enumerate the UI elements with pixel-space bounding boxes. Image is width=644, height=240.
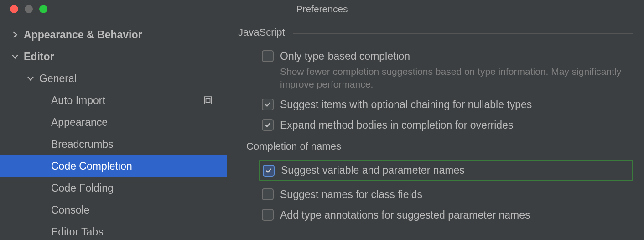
option-suggest-variable-names[interactable]: Suggest variable and parameter names [260, 163, 630, 177]
option-add-type-annotations[interactable]: Add type annotations for suggested param… [238, 208, 633, 222]
checkbox[interactable] [262, 50, 274, 62]
window-title: Preferences [296, 4, 348, 15]
sidebar-item-label: Code Folding [51, 182, 114, 194]
subsection-title: Completion of names [246, 141, 633, 152]
sidebar-item-general[interactable]: General [0, 68, 227, 89]
sidebar-item-label: General [39, 73, 77, 85]
option-label: Suggest names for class fields [280, 188, 422, 202]
chevron-right-icon [10, 30, 20, 40]
sidebar-item-editor[interactable]: Editor [0, 46, 227, 68]
sidebar-item-label: Editor Tabs [51, 226, 104, 238]
checkbox[interactable] [263, 165, 275, 177]
option-only-type-based[interactable]: Only type-based completion Show fewer co… [238, 49, 633, 91]
option-description: Show fewer completion suggestions based … [280, 65, 633, 91]
sidebar-item-label: Editor [24, 51, 54, 63]
preferences-main-panel: JavaScript Only type-based completion Sh… [227, 18, 644, 240]
option-label: Add type annotations for suggested param… [280, 208, 530, 222]
option-label: Only type-based completion [280, 49, 633, 63]
sidebar-item-label: Appearance [51, 116, 108, 129]
maximize-window-button[interactable] [39, 5, 47, 13]
checkbox[interactable] [262, 119, 274, 131]
titlebar: Preferences [0, 0, 644, 18]
sidebar-item-code-folding[interactable]: Code Folding [0, 177, 227, 199]
checkbox[interactable] [262, 209, 274, 221]
sidebar-item-code-completion[interactable]: Code Completion [0, 155, 227, 177]
option-label: Suggest items with optional chaining for… [280, 98, 532, 112]
scope-icon [203, 95, 213, 105]
checkbox[interactable] [262, 188, 274, 200]
sidebar-item-editor-tabs[interactable]: Editor Tabs [0, 221, 227, 240]
sidebar-item-label: Breadcrumbs [51, 138, 114, 151]
sidebar-item-auto-import[interactable]: Auto Import [0, 89, 227, 111]
sidebar-item-label: Code Completion [51, 160, 132, 172]
chevron-down-icon [10, 52, 20, 62]
divider [293, 33, 633, 34]
option-suggest-class-fields[interactable]: Suggest names for class fields [238, 188, 633, 202]
sidebar-item-appearance-behavior[interactable]: Appearance & Behavior [0, 24, 227, 46]
option-label: Expand method bodies in completion for o… [280, 118, 513, 132]
svg-rect-1 [206, 99, 210, 103]
svg-rect-0 [204, 97, 212, 104]
sidebar-item-breadcrumbs[interactable]: Breadcrumbs [0, 133, 227, 155]
sidebar-item-appearance[interactable]: Appearance [0, 111, 227, 133]
highlighted-option: Suggest variable and parameter names [259, 160, 633, 181]
sidebar-item-label: Appearance & Behavior [24, 29, 142, 41]
section-title: JavaScript [238, 26, 285, 38]
sidebar-item-label: Auto Import [51, 94, 105, 107]
preferences-sidebar: Appearance & Behavior Editor General Aut… [0, 18, 227, 240]
checkbox[interactable] [262, 99, 274, 110]
option-label: Suggest variable and parameter names [281, 163, 465, 177]
window-controls [0, 5, 47, 13]
sidebar-item-label: Console [51, 204, 89, 216]
option-optional-chaining[interactable]: Suggest items with optional chaining for… [238, 98, 633, 112]
option-expand-method-bodies[interactable]: Expand method bodies in completion for o… [238, 118, 633, 132]
sidebar-item-console[interactable]: Console [0, 199, 227, 221]
close-window-button[interactable] [10, 5, 18, 13]
minimize-window-button[interactable] [25, 5, 33, 13]
chevron-down-icon [26, 73, 36, 83]
